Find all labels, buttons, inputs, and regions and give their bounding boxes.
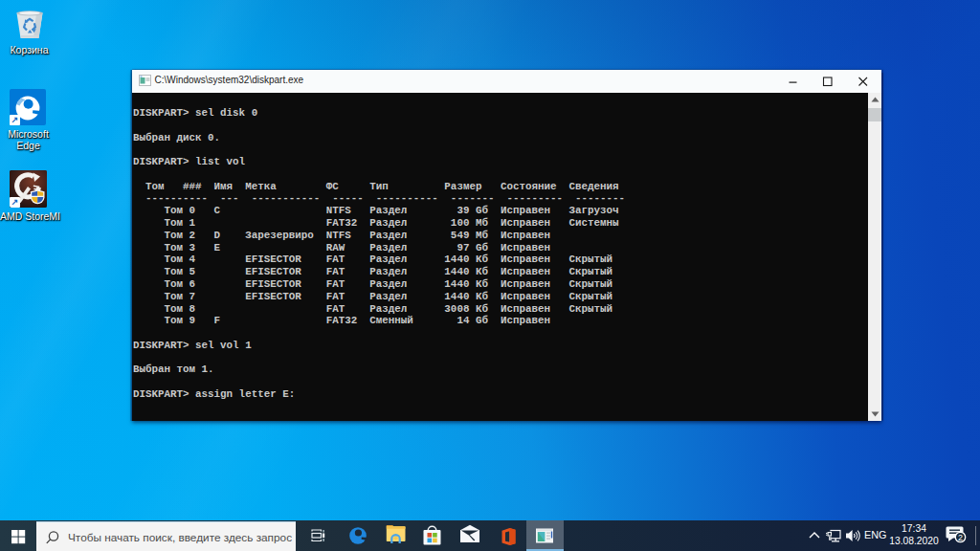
svg-text:2: 2 [958,533,963,542]
